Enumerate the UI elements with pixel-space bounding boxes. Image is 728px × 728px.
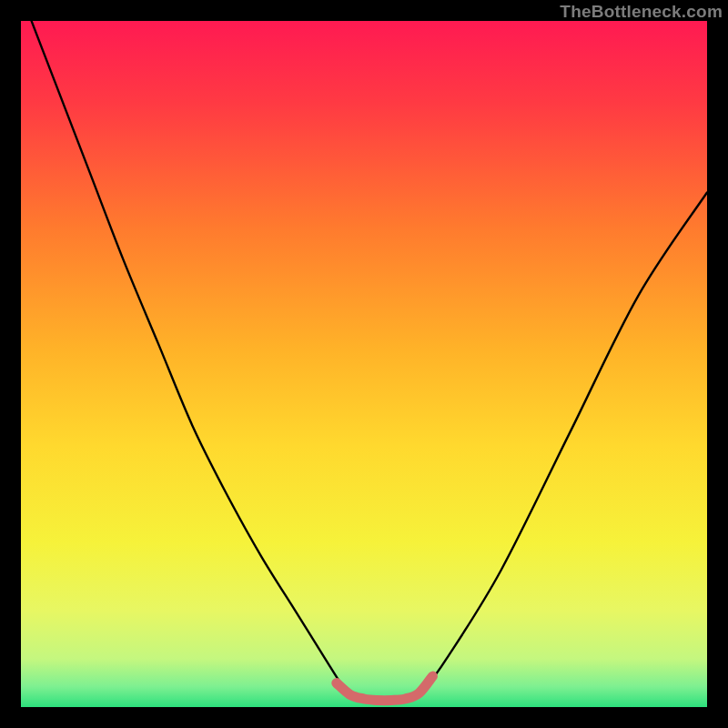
optimal-band-marker bbox=[337, 676, 433, 701]
plot-area bbox=[21, 21, 707, 707]
chart-canvas: TheBottleneck.com bbox=[0, 0, 728, 728]
bottleneck-curve bbox=[21, 0, 707, 701]
curve-layer bbox=[21, 21, 707, 707]
watermark-text: TheBottleneck.com bbox=[560, 2, 723, 22]
